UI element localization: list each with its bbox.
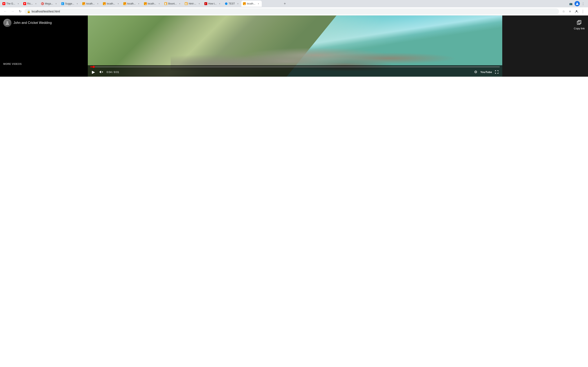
tab-close-tab-2[interactable]: × [34,2,38,5]
play-button[interactable]: ▶ [90,69,96,75]
tab-label-tab-7: localh... [127,2,136,5]
copy-link-button[interactable]: Copy link [574,19,585,30]
tab-close-tab-1[interactable]: × [17,2,20,5]
profile-avatar[interactable] [575,1,580,6]
cast-icon[interactable]: 📺 [568,1,574,7]
tab-label-tab-8: localh... [148,2,156,5]
svg-text:🔥: 🔥 [243,2,246,5]
url-text: localhost/test/test.html [32,10,60,13]
tab-close-tab-13[interactable]: × [257,2,260,5]
tab-label-tab-5: localh... [86,2,95,5]
video-right-panel: Copy link [502,16,588,77]
browser-tab-tab-5[interactable]: 🔥localh...× [81,1,101,7]
svg-text:🔥: 🔥 [145,2,147,5]
tab-favicon-tab-2 [23,2,26,5]
account-icon[interactable] [574,8,579,14]
browser-tab-tab-8[interactable]: 🔥localh...× [142,1,163,7]
browser-tab-tab-13[interactable]: 🔥localh...× [241,1,261,7]
tab-favicon-tab-11: ✕ [204,2,207,5]
tab-label-tab-1: The G... [6,2,15,5]
tab-close-tab-9[interactable]: × [178,2,181,5]
tab-label-tab-3: Mega... [45,2,53,5]
browser-tab-tab-12[interactable]: 🌐TEST× [223,1,241,7]
tab-close-tab-3[interactable]: × [54,2,58,5]
tab-label-tab-9: Bount... [168,2,177,5]
page-body [0,77,588,199]
video-controls: ▶ 0:04 / 8:01 ⚙ YouTube [88,65,502,77]
svg-text:🌐: 🌐 [225,3,228,5]
avatar-image [3,19,11,27]
browser-tab-tab-9[interactable]: 📝Bount...× [163,1,183,7]
tab-close-tab-11[interactable]: × [218,2,221,5]
controls-row: ▶ 0:04 / 8:01 ⚙ YouTube [90,69,500,75]
browser-tab-tab-11[interactable]: ✕How t...× [203,1,223,7]
video-container: John and Cricket Wedding MORE VIDEOS ▶ [0,16,588,77]
svg-text:🔥: 🔥 [104,2,106,5]
svg-text:🔥: 🔥 [124,2,126,5]
tab-favicon-tab-13: 🔥 [243,2,246,5]
video-title-row: John and Cricket Wedding [3,19,85,27]
tab-close-tab-8[interactable]: × [158,2,161,5]
video-left-panel: John and Cricket Wedding MORE VIDEOS [0,16,88,77]
browser-tab-tab-7[interactable]: 🔥localh...× [122,1,142,7]
browser-tab-tab-2[interactable]: Ric...× [22,1,39,7]
tab-favicon-tab-6: 🔥 [103,2,106,5]
channel-avatar [3,19,11,27]
svg-text:✕: ✕ [205,3,207,5]
svg-text:📝: 📝 [185,3,188,5]
back-button[interactable]: ← [2,8,8,14]
forward-button[interactable]: → [10,8,16,14]
more-videos-label: MORE VIDEOS [3,63,22,66]
video-title: John and Cricket Wedding [13,21,52,25]
address-bar: ← → ↻ 🔒 localhost/test/test.html ☆ ≡ ⋮ [0,7,588,16]
url-bar[interactable]: 🔒 localhost/test/test.html [25,8,559,15]
tab-bar: The G...×Ric...×MMega...×XSugge...×🔥loca… [0,0,588,7]
reload-button[interactable]: ↻ [17,8,23,14]
progress-fill [90,67,94,67]
tab-favicon-tab-3: M [41,2,44,5]
tab-close-tab-10[interactable]: × [198,2,201,5]
youtube-logo: YouTube [480,71,492,74]
svg-rect-32 [578,20,581,24]
svg-text:🔥: 🔥 [83,2,85,5]
bookmark-icon[interactable]: ☆ [561,8,566,14]
tab-favicon-tab-10: 📝 [185,2,188,5]
address-right-icons: ☆ ≡ ⋮ [561,8,586,15]
progress-bar[interactable] [90,67,500,67]
browser-frame: The G...×Ric...×MMega...×XSugge...×🔥loca… [0,0,588,16]
svg-text:📝: 📝 [165,3,167,5]
fullscreen-button[interactable] [494,69,500,75]
browser-tab-tab-6[interactable]: 🔥localh...× [101,1,121,7]
tab-close-tab-5[interactable]: × [96,2,99,5]
tab-close-tab-7[interactable]: × [137,2,140,5]
tab-label-tab-13: localh... [247,2,255,5]
tab-favicon-tab-1 [2,2,5,5]
video-player: John and Cricket Wedding MORE VIDEOS ▶ [0,16,588,77]
tab-close-tab-12[interactable]: × [236,2,240,5]
tab-label-tab-10: html-... [189,2,196,5]
tab-close-tab-4[interactable]: × [76,2,79,5]
tab-label-tab-2: Ric... [27,2,33,5]
browser-tab-tab-1[interactable]: The G...× [1,1,21,7]
tab-label-tab-12: TEST [229,2,235,5]
new-tab-button[interactable]: + [282,1,288,7]
tab-label-tab-11: How t... [208,2,217,5]
playlist-icon[interactable]: ≡ [567,8,573,14]
tab-label-tab-4: Sugge... [65,2,74,5]
mute-button[interactable] [98,69,104,75]
tab-close-tab-6[interactable]: × [117,2,120,5]
browser-tab-tab-10[interactable]: 📝html-...× [183,1,203,7]
svg-text:X: X [62,3,63,5]
svg-rect-31 [577,21,580,25]
browser-controls-right: 📺 ⋮ [568,1,587,7]
tab-label-tab-6: localh... [107,2,115,5]
more-options-button[interactable]: ⋮ [580,8,586,15]
video-main[interactable]: ▶ 0:04 / 8:01 ⚙ YouTube [88,16,502,77]
settings-button[interactable]: ⚙ [473,69,479,75]
browser-tab-tab-4[interactable]: XSugge...× [60,1,81,7]
tab-favicon-tab-12: 🌐 [225,2,228,5]
tab-favicon-tab-9: 📝 [164,2,167,5]
menu-button[interactable]: ⋮ [581,1,586,7]
browser-tab-tab-3[interactable]: MMega...× [39,1,60,7]
copy-link-icon [576,19,583,26]
